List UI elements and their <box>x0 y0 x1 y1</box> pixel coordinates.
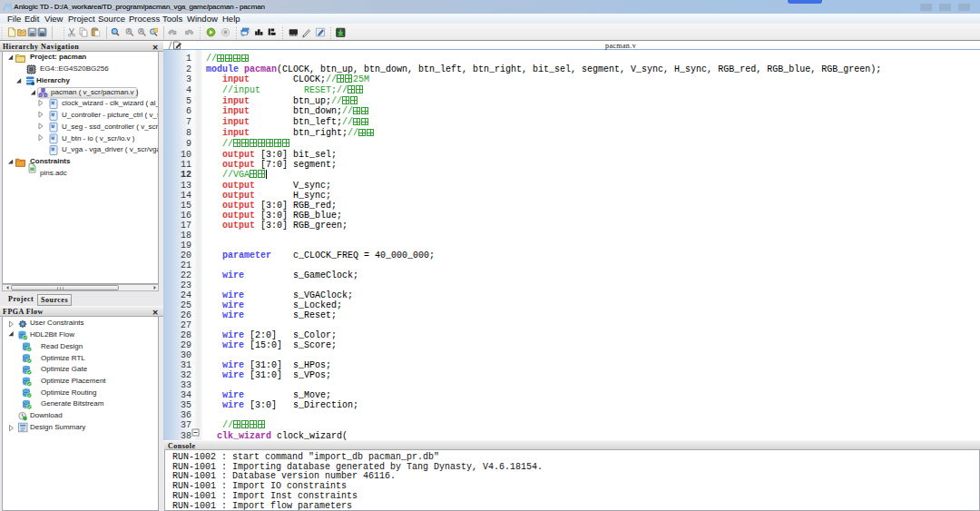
svg-text:A: A <box>140 28 143 34</box>
svg-text:A: A <box>127 28 131 34</box>
